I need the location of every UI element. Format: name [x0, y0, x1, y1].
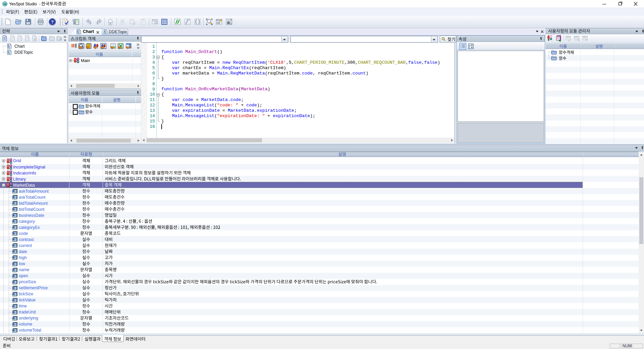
- svg-text:*: *: [188, 19, 190, 23]
- svg-text:?: ?: [51, 19, 54, 24]
- svg-text:YS: YS: [3, 3, 6, 6]
- svg-text:Z: Z: [469, 46, 470, 49]
